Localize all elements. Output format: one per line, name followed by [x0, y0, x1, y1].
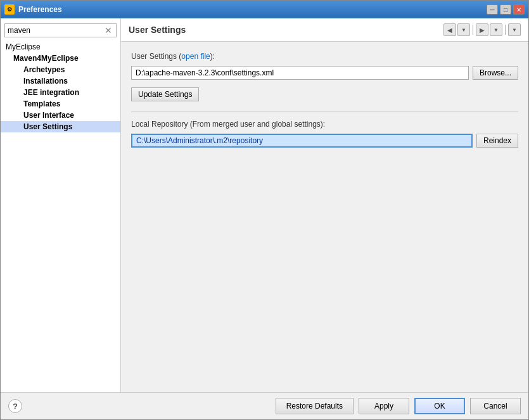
back-button[interactable]: ◀: [443, 23, 456, 36]
tree-item-user-interface[interactable]: User Interface: [1, 110, 120, 121]
tree-item-archetypes[interactable]: Archetypes: [1, 64, 120, 75]
right-content: User Settings (open file): Browse... Upd…: [121, 42, 528, 392]
back-icon: ◀: [447, 27, 452, 34]
toolbar-buttons: ◀ ▼ ▶ ▼ ▼: [443, 23, 521, 36]
apply-button[interactable]: Apply: [359, 398, 409, 414]
right-panel-title: User Settings: [129, 25, 186, 35]
repo-path-row: Reindex: [131, 134, 518, 148]
search-bar: ✕: [4, 23, 117, 37]
back-dropdown-icon: ▼: [461, 27, 466, 33]
tree-item-user-settings[interactable]: User Settings: [1, 121, 120, 132]
preferences-window: ⚙ Preferences ─ □ ✕ ✕ MyEclipse Maven4My…: [0, 0, 529, 420]
left-panel: ✕ MyEclipse Maven4MyEclipse Archetypes I…: [1, 18, 121, 392]
window-title: Preferences: [18, 5, 487, 14]
update-settings-button[interactable]: Update Settings: [131, 87, 199, 101]
bottom-bar: ? Restore Defaults Apply OK Cancel: [1, 392, 528, 419]
tree-item-installations[interactable]: Installations: [1, 75, 120, 87]
titlebar-buttons: ─ □ ✕: [487, 4, 525, 15]
menu-dropdown-icon: ▼: [512, 27, 517, 33]
update-settings-row: Update Settings: [131, 87, 518, 101]
tree-item-templates[interactable]: Templates: [1, 98, 120, 110]
bottom-right-buttons: Restore Defaults Apply OK Cancel: [276, 398, 521, 414]
toolbar-separator-2: [505, 25, 506, 35]
right-panel: User Settings ◀ ▼ ▶ ▼: [121, 18, 528, 392]
restore-defaults-button[interactable]: Restore Defaults: [276, 398, 354, 414]
minimize-button[interactable]: ─: [487, 4, 498, 15]
tree-item-myeclipse[interactable]: MyEclipse: [1, 41, 120, 53]
browse-button[interactable]: Browse...: [473, 66, 518, 80]
content-area: ✕ MyEclipse Maven4MyEclipse Archetypes I…: [1, 18, 528, 392]
repo-path-input[interactable]: [131, 134, 473, 148]
help-button[interactable]: ?: [8, 399, 22, 413]
ok-button[interactable]: OK: [414, 398, 465, 414]
open-file-link[interactable]: open file: [181, 52, 210, 61]
settings-file-row: Browse...: [131, 66, 518, 80]
settings-file-input[interactable]: [131, 66, 469, 80]
user-settings-label: User Settings (open file):: [131, 52, 518, 61]
toolbar-separator-1: [473, 25, 473, 35]
close-button[interactable]: ✕: [513, 4, 525, 15]
menu-dropdown-button[interactable]: ▼: [508, 23, 521, 36]
back-dropdown-button[interactable]: ▼: [457, 23, 470, 36]
forward-dropdown-icon: ▼: [494, 27, 499, 33]
titlebar: ⚙ Preferences ─ □ ✕: [1, 1, 528, 18]
section-divider: [131, 111, 518, 112]
forward-icon: ▶: [480, 27, 485, 34]
local-repo-label: Local Repository (From merged user and g…: [131, 120, 518, 129]
search-input[interactable]: [8, 26, 103, 35]
tree-item-maven4myeclipse[interactable]: Maven4MyEclipse: [1, 53, 120, 64]
cancel-button[interactable]: Cancel: [470, 398, 521, 414]
tree-item-jee-integration[interactable]: JEE integration: [1, 87, 120, 98]
right-header: User Settings ◀ ▼ ▶ ▼: [121, 18, 528, 42]
window-icon: ⚙: [4, 4, 15, 15]
search-clear-icon[interactable]: ✕: [103, 25, 113, 35]
maximize-button[interactable]: □: [500, 4, 511, 15]
reindex-button[interactable]: Reindex: [476, 134, 518, 148]
forward-dropdown-button[interactable]: ▼: [490, 23, 502, 36]
forward-button[interactable]: ▶: [476, 23, 488, 36]
